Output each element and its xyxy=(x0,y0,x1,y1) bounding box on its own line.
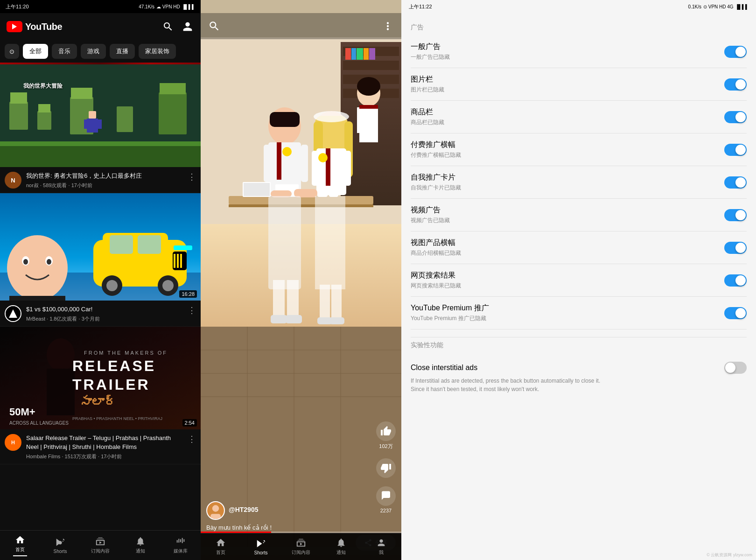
toggle-0[interactable] xyxy=(724,46,747,58)
filter-bar: ⊙ 全部 音乐 游戏 直播 家居装饰 xyxy=(0,40,201,63)
search-icon-2[interactable] xyxy=(208,20,220,32)
svg-rect-73 xyxy=(277,142,281,180)
thumbnail-minecraft[interactable]: 我的世界大冒险 xyxy=(0,64,201,167)
svg-rect-1 xyxy=(9,102,28,130)
filter-chip-live[interactable]: 直播 xyxy=(110,44,135,59)
filter-chip-explore[interactable]: ⊙ xyxy=(5,44,19,59)
subscriptions-icon-2 xyxy=(296,538,306,548)
settings-panel: 上午11:22 0.1K/s ⊙ VPN HD 4G ▐▌▌▌ 广告 一般广告 … xyxy=(401,0,756,560)
more-options-2[interactable]: ⋮ xyxy=(188,305,196,315)
toggle-6[interactable] xyxy=(724,242,747,254)
svg-point-41 xyxy=(47,338,75,371)
video-info-3: H Salaar Release Trailer – Telugu | Prab… xyxy=(0,429,201,463)
filter-chip-gaming[interactable]: 游戏 xyxy=(81,44,106,59)
experimental-title: 实验性功能 xyxy=(411,341,747,350)
thumbnail-salaar[interactable]: FROM THE MAKERS OF RELEASE TRAILER సాలార… xyxy=(0,327,201,429)
like-button[interactable]: 102万 xyxy=(376,421,396,450)
dislike-icon xyxy=(376,458,396,478)
account-icon[interactable] xyxy=(181,20,194,33)
settings-content: 广告 一般广告 一般广告已隐藏 图片栏 图片栏已隐藏 商品栏 商品栏已隐藏 xyxy=(401,13,756,560)
status-right-3: 0.1K/s ⊙ VPN HD 4G ▐▌▌▌ xyxy=(688,4,749,9)
search-icon[interactable] xyxy=(162,21,174,32)
nav-notifications-2[interactable]: 通知 xyxy=(321,538,361,556)
settings-item-5: 视频广告 视频广告已隐藏 xyxy=(411,199,747,231)
filter-chip-home[interactable]: 家居装饰 xyxy=(139,44,176,59)
comment-icon xyxy=(376,486,396,506)
settings-title-0: 一般广告 xyxy=(411,42,724,52)
nav-me-2[interactable]: 我 xyxy=(361,538,401,556)
nav-shorts-1[interactable]: Shorts xyxy=(40,537,80,554)
svg-rect-60 xyxy=(357,48,363,60)
nav-library-1[interactable]: 媒体库 xyxy=(161,536,201,554)
nav-subs-label-1: 订阅内容 xyxy=(91,548,110,554)
svg-rect-72 xyxy=(301,145,308,182)
svg-rect-82 xyxy=(344,151,351,186)
dislike-button[interactable] xyxy=(376,458,396,478)
svg-rect-94 xyxy=(268,196,301,289)
nav-subscriptions-2[interactable]: 订阅内容 xyxy=(281,538,321,556)
svg-rect-9 xyxy=(160,83,186,94)
toggle-3[interactable] xyxy=(724,144,747,156)
comment-button[interactable]: 2237 xyxy=(376,486,396,513)
svg-rect-37 xyxy=(174,245,192,250)
video-details-1: 我的世界: 勇者大冒险6，史上人口最多村庄 nor叔 · 589次观看 · 17… xyxy=(26,172,183,189)
toggle-5[interactable] xyxy=(724,209,747,221)
settings-title-7: 网页搜索结果 xyxy=(411,271,724,280)
more-options-3[interactable]: ⋮ xyxy=(188,434,196,444)
settings-item-7: 网页搜索结果 网页搜索结果已隐藏 xyxy=(411,264,747,297)
status-speed-3: 0.1K/s xyxy=(688,4,701,9)
svg-rect-8 xyxy=(159,92,187,134)
svg-rect-69 xyxy=(270,112,300,127)
filter-chip-music[interactable]: 音乐 xyxy=(52,44,77,59)
nav-home-1[interactable]: 首页 xyxy=(0,535,40,556)
nav-subscriptions-1[interactable]: 订阅内容 xyxy=(80,536,120,554)
more-options-1[interactable]: ⋮ xyxy=(188,172,196,182)
settings-item-text-1: 图片栏 图片栏已隐藏 xyxy=(411,75,724,94)
svg-rect-27 xyxy=(110,235,133,254)
channel-name-3: Hombale Films xyxy=(26,454,60,459)
filter-chip-all[interactable]: 全部 xyxy=(23,44,48,59)
settings-subtitle-7: 网页搜索结果已隐藏 xyxy=(411,282,724,290)
nav-shorts-2[interactable]: Shorts xyxy=(241,539,281,555)
svg-rect-61 xyxy=(364,48,369,60)
settings-title-6: 视图产品横幅 xyxy=(411,238,724,248)
settings-title-2: 商品栏 xyxy=(411,107,724,117)
toggle-8[interactable] xyxy=(724,307,747,319)
shorts-icon-1 xyxy=(55,537,65,547)
nav-notifications-1[interactable]: 通知 xyxy=(120,536,161,554)
settings-subtitle-2: 商品栏已隐藏 xyxy=(411,119,724,126)
more-options-icon[interactable] xyxy=(382,20,394,32)
account-icon-2 xyxy=(376,538,386,548)
settings-item-4: 自我推广卡片 自我推广卡片已隐藏 xyxy=(411,166,747,199)
close-ads-header: Close interstitial ads xyxy=(411,362,747,374)
settings-subtitle-6: 商品介绍横幅已隐藏 xyxy=(411,249,724,257)
settings-item-2: 商品栏 商品栏已隐藏 xyxy=(411,101,747,133)
toggle-1[interactable] xyxy=(724,78,747,91)
toggle-7[interactable] xyxy=(724,274,747,287)
svg-rect-6 xyxy=(71,88,92,99)
comment-count: 2237 xyxy=(380,508,392,513)
svg-rect-99 xyxy=(331,285,342,320)
youtube-home-panel: 上午11:20 47.1K/s ☁ VPN HD ▐▌▌▌ YouTube ⊙ … xyxy=(0,0,201,560)
settings-subtitle-3: 付费推广横幅已隐藏 xyxy=(411,151,724,159)
channel-name-2: MrBeast xyxy=(26,316,45,322)
toggle-close-ads[interactable] xyxy=(724,362,747,374)
thumbnail-mrbeast[interactable]: 16:28 xyxy=(0,193,201,301)
video-info-1: N 我的世界: 勇者大冒险6，史上人口最多村庄 nor叔 · 589次观看 · … xyxy=(0,167,201,193)
svg-rect-71 xyxy=(264,145,271,182)
toggle-2[interactable] xyxy=(724,111,747,123)
svg-rect-15 xyxy=(98,119,102,129)
svg-text:TRAILER: TRAILER xyxy=(72,376,150,393)
svg-rect-35 xyxy=(177,254,179,268)
svg-text:RELEASE: RELEASE xyxy=(72,357,156,374)
duration-badge-2: 16:28 xyxy=(179,290,197,298)
svg-rect-59 xyxy=(351,48,356,60)
video-title-1: 我的世界: 勇者大冒险6，史上人口最多村庄 xyxy=(26,172,183,180)
view-count-2: 1.8亿次观看 xyxy=(49,316,77,322)
status-right-1: 47.1K/s ☁ VPN HD ▐▌▌▌ xyxy=(139,4,195,9)
nav-home-2[interactable]: 首页 xyxy=(201,538,241,556)
toggle-4[interactable] xyxy=(724,176,747,189)
svg-rect-101 xyxy=(286,315,302,323)
svg-point-19 xyxy=(7,235,68,301)
svg-point-22 xyxy=(23,259,28,265)
